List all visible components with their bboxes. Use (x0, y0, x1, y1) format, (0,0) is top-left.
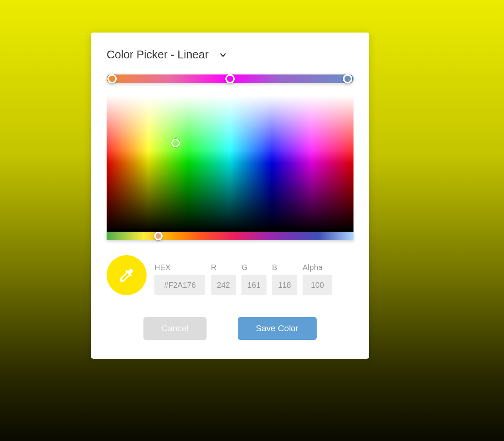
hue-handle[interactable] (154, 232, 163, 240)
eyedropper-button[interactable] (107, 255, 147, 295)
field-hex: HEX (154, 263, 205, 295)
field-label-r: R (211, 263, 236, 272)
chevron-down-icon[interactable] (218, 50, 228, 60)
hex-input[interactable] (154, 275, 205, 295)
panel-header: Color Picker - Linear (107, 48, 354, 61)
g-input[interactable] (241, 275, 267, 295)
color-spectrum[interactable] (107, 96, 354, 232)
panel-title: Color Picker - Linear (107, 48, 208, 61)
gradient-stop-handle[interactable] (107, 74, 117, 83)
gradient-stop-handle[interactable] (343, 74, 352, 83)
field-label-hex: HEX (154, 263, 205, 272)
save-button[interactable]: Save Color (238, 317, 317, 340)
field-label-alpha: Alpha (303, 263, 332, 272)
field-label-g: G (241, 263, 267, 272)
field-r: R (211, 263, 236, 295)
color-picker-panel: Color Picker - Linear HEX R (91, 33, 369, 359)
field-g: G (241, 263, 267, 295)
spectrum-layer-black (107, 96, 354, 232)
field-label-b: B (272, 263, 297, 272)
hue-bar[interactable] (107, 232, 354, 240)
b-input[interactable] (272, 275, 297, 295)
spectrum-picker-handle[interactable] (171, 139, 180, 147)
alpha-input[interactable] (303, 275, 332, 295)
values-row: HEX R G B Alpha (107, 255, 354, 295)
r-input[interactable] (211, 275, 236, 295)
gradient-stop-handle[interactable] (225, 74, 235, 83)
gradient-stop-bar[interactable] (107, 74, 354, 83)
eyedropper-icon (118, 267, 135, 284)
cancel-button[interactable]: Cancel (143, 317, 206, 340)
field-b: B (272, 263, 297, 295)
field-alpha: Alpha (303, 263, 332, 295)
actions-row: Cancel Save Color (107, 317, 354, 340)
